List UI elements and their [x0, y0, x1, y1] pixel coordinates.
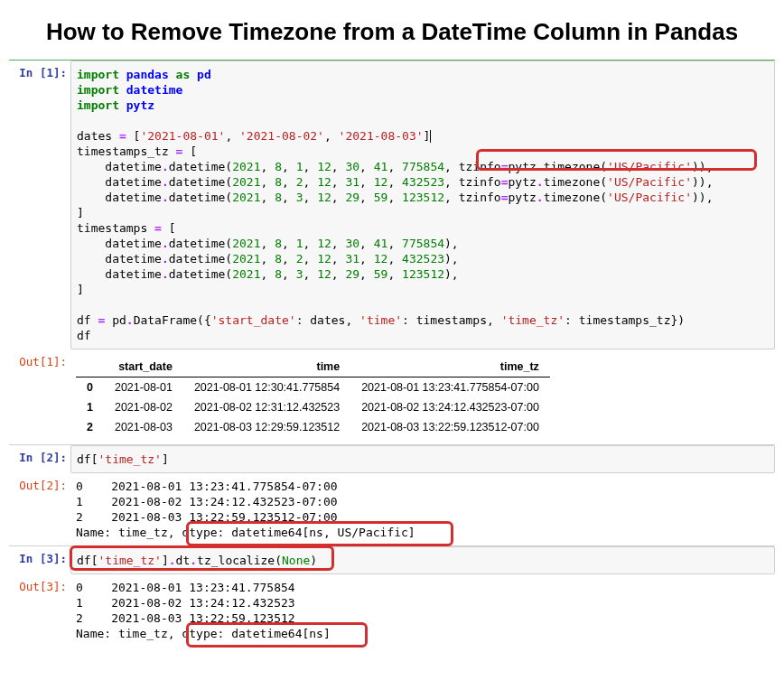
code-input-3[interactable]: df['time_tz'].dt.tz_localize(None) — [70, 546, 775, 574]
cell-3: In [3]: df['time_tz'].dt.tz_localize(Non… — [9, 545, 775, 574]
out-prompt-1: Out[1]: — [9, 350, 70, 444]
table-row: 2 2021-08-03 2021-08-03 12:29:59.123512 … — [76, 417, 550, 437]
in-prompt-2: In [2]: — [9, 445, 70, 473]
table-row: 0 2021-08-01 2021-08-01 12:30:41.775854 … — [76, 377, 550, 398]
in-prompt-3: In [3]: — [9, 546, 70, 574]
cursor-icon — [430, 130, 431, 143]
cell-out-1: Out[1]: start_date time time_tz 0 2021-0… — [9, 350, 775, 444]
out-prompt-3: Out[3]: — [9, 574, 70, 647]
cell-1: In [1]: import pandas as pd import datet… — [9, 60, 775, 350]
page-title: How to Remove Timezone from a DateTime C… — [9, 18, 775, 46]
in-prompt-1: In [1]: — [9, 61, 70, 350]
df-header-index — [76, 357, 104, 377]
output-2: 0 2021-08-01 13:23:41.775854-07:00 1 202… — [70, 473, 775, 545]
out-prompt-2: Out[2]: — [9, 473, 70, 545]
df-header-start-date: start_date — [104, 357, 183, 377]
cell-out-3: Out[3]: 0 2021-08-01 13:23:41.775854 1 2… — [9, 574, 775, 647]
output-3: 0 2021-08-01 13:23:41.775854 1 2021-08-0… — [70, 574, 775, 647]
table-row: 1 2021-08-02 2021-08-02 12:31:12.432523 … — [76, 397, 550, 417]
code-input-1[interactable]: import pandas as pd import datetime impo… — [70, 61, 775, 350]
cell-out-2: Out[2]: 0 2021-08-01 13:23:41.775854-07:… — [9, 473, 775, 545]
dataframe-output: start_date time time_tz 0 2021-08-01 202… — [76, 357, 550, 437]
code-input-2[interactable]: df['time_tz'] — [70, 445, 775, 473]
cell-2: In [2]: df['time_tz'] — [9, 444, 775, 473]
df-header-time-tz: time_tz — [350, 357, 550, 377]
df-header-time: time — [183, 357, 350, 377]
